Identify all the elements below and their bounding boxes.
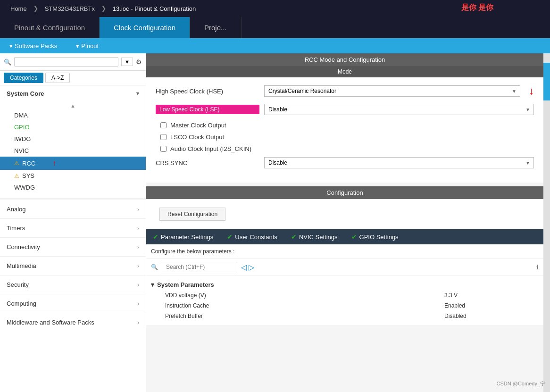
scrollbar-track[interactable] [543, 53, 550, 392]
param-value-vdd: 3.3 V [444, 292, 539, 299]
tab-az[interactable]: A->Z [45, 73, 70, 83]
sidebar-item-dma[interactable]: DMA [0, 109, 146, 121]
system-core-label: System Core [7, 90, 44, 97]
lsco-clock-row: LSCO Clock Output [156, 133, 534, 141]
analog-arrow: › [137, 206, 139, 213]
divider-1 [0, 198, 146, 199]
sub-bar: ▾ Software Packs ▾ Pinout [0, 38, 550, 53]
dma-label: DMA [14, 112, 28, 119]
chinese-annotation: 是你 是你 [461, 3, 493, 13]
sidebar-item-analog[interactable]: Analog › [0, 200, 146, 218]
lse-select-wrapper: Disable BYPASS Clock Source Crystal/Cera… [264, 104, 534, 115]
param-name-vdd: VDD voltage (V) [165, 292, 444, 299]
param-search-input[interactable] [162, 262, 237, 272]
config-title: Configuration [146, 186, 543, 199]
system-core-header[interactable]: System Core ▾ [0, 85, 146, 102]
config-tab-nvic[interactable]: ✔ NVIC Settings [284, 229, 344, 244]
param-row-prefetch: Prefetch Buffer Disabled [151, 311, 539, 321]
tab-categories[interactable]: Categories [4, 73, 43, 83]
audio-clock-label[interactable]: Audio Clock Input (I2S_CKIN) [170, 145, 251, 152]
sidebar-item-wwdg[interactable]: WWDG [0, 182, 146, 193]
lsco-clock-checkbox[interactable] [160, 134, 167, 140]
crs-row: CRS SYNC Disable Enable [156, 157, 534, 168]
sidebar-item-security[interactable]: Security › [0, 275, 146, 294]
param-value-prefetch: Disabled [444, 313, 539, 319]
gpio-label: GPIO [14, 124, 30, 131]
master-clock-checkbox[interactable] [160, 122, 167, 128]
param-row-icache: Instruction Cache Enabled [151, 300, 539, 311]
param-name-prefetch: Prefetch Buffer [165, 313, 444, 319]
config-tab-user-constants[interactable]: ✔ User Constants [220, 229, 284, 244]
param-value-icache: Enabled [444, 302, 539, 309]
lsco-clock-label[interactable]: LSCO Clock Output [170, 133, 224, 141]
sidebar-item-multimedia[interactable]: Multimedia › [0, 256, 146, 275]
lse-row: Low Speed Clock (LSE) Disable BYPASS Clo… [156, 104, 534, 115]
sidebar-item-connectivity[interactable]: Connectivity › [0, 237, 146, 256]
sidebar-tabs: Categories A->Z [0, 71, 146, 85]
middleware-label: Middleware and Software Packs [7, 319, 94, 326]
search-input[interactable] [14, 57, 118, 67]
rcc-label: RCC [22, 160, 35, 167]
info-icon[interactable]: ℹ [536, 264, 539, 271]
multimedia-label: Multimedia [7, 262, 36, 269]
mode-section: High Speed Clock (HSE) Crystal/Ceramic R… [146, 77, 543, 183]
audio-clock-checkbox[interactable] [160, 146, 167, 152]
sys-label: SYS [22, 172, 34, 179]
mode-subtitle: Mode [146, 66, 543, 77]
search-dropdown-btn[interactable]: ▼ [121, 58, 133, 66]
config-tab-gpio[interactable]: ✔ GPIO Settings [345, 229, 405, 244]
scroll-up[interactable]: ▲ [0, 102, 146, 109]
rcc-warning-icon: ⚠ [14, 160, 19, 167]
connectivity-arrow: › [137, 244, 139, 250]
param-name-icache: Instruction Cache [165, 302, 444, 309]
reset-config-button[interactable]: Reset Configuration [159, 208, 225, 221]
lse-select[interactable]: Disable BYPASS Clock Source Crystal/Cera… [264, 104, 534, 115]
sidebar-item-gpio[interactable]: GPIO [0, 121, 146, 133]
top-nav: Home ❯ STM32G431RBTx ❯ 13.ioc - Pinout &… [0, 0, 550, 17]
master-clock-label[interactable]: Master Clock Output [170, 122, 226, 129]
nav-next-btn[interactable]: ▷ [249, 263, 254, 272]
sidebar: 🔍 ▼ ⚙ Categories A->Z System Core ▾ ▲ DM… [0, 53, 146, 392]
gpio-check-icon: ✔ [351, 233, 357, 241]
timers-arrow: › [137, 225, 139, 232]
chevron-down-icon: ▾ [9, 42, 13, 50]
tab-project[interactable]: Proje... [190, 17, 242, 38]
master-clock-row: Master Clock Output [156, 122, 534, 129]
iwdg-label: IWDG [14, 135, 31, 142]
sidebar-search-row: 🔍 ▼ ⚙ [0, 53, 146, 71]
sidebar-item-computing[interactable]: Computing › [0, 294, 146, 313]
nav-device[interactable]: STM32G431RBTx [39, 0, 100, 17]
tab-clock[interactable]: Clock Configuration [100, 17, 190, 38]
gear-icon[interactable]: ⚙ [136, 58, 142, 66]
config-tab-parameters[interactable]: ✔ Parameter Settings [146, 229, 220, 244]
user-const-check-icon: ✔ [227, 233, 233, 241]
scrollbar-thumb[interactable] [543, 63, 550, 100]
sidebar-item-middleware[interactable]: Middleware and Software Packs › [0, 313, 146, 332]
tab-pinout[interactable]: Pinout & Configuration [0, 17, 100, 38]
sub-software-packs[interactable]: ▾ Software Packs [9, 42, 57, 50]
sidebar-item-sys[interactable]: ⚠ SYS [0, 170, 146, 182]
sidebar-item-rcc[interactable]: ⚠ RCC ↑ [0, 157, 146, 170]
content-area: RCC Mode and Configuration Mode High Spe… [146, 53, 543, 392]
sidebar-item-iwdg[interactable]: IWDG [0, 133, 146, 145]
connectivity-label: Connectivity [7, 243, 40, 250]
nav-home[interactable]: Home [5, 0, 33, 17]
hse-select[interactable]: Crystal/Ceramic Resonator Disable BYPASS… [264, 85, 520, 97]
wwdg-label: WWDG [14, 184, 35, 191]
crs-select-wrapper: Disable Enable [264, 157, 534, 168]
rcc-arrow-icon: ↑ [52, 159, 56, 167]
sidebar-item-nvic[interactable]: NVIC [0, 145, 146, 157]
security-arrow: › [137, 282, 139, 288]
system-params-label: System Parameters [157, 281, 214, 288]
sidebar-item-timers[interactable]: Timers › [0, 218, 146, 237]
watermark: CSDN @Comedy_宁 [497, 380, 545, 387]
crs-select[interactable]: Disable Enable [264, 157, 534, 168]
collapse-icon[interactable]: ▾ [151, 281, 154, 288]
nav-current[interactable]: 13.ioc - Pinout & Configuration [107, 0, 201, 17]
nav-prev-btn[interactable]: ◁ [241, 263, 247, 272]
system-core-chevron: ▾ [136, 91, 139, 97]
multimedia-arrow: › [137, 263, 139, 269]
sub-pinout[interactable]: ▾ Pinout [76, 42, 99, 50]
nav-arrow-2: ❯ [101, 5, 106, 12]
hse-row: High Speed Clock (HSE) Crystal/Ceramic R… [156, 85, 534, 97]
